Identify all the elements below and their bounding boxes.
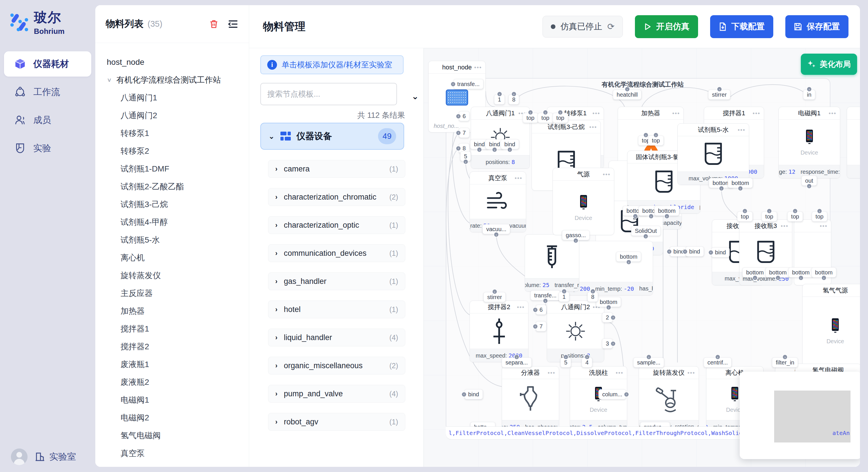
tree-item[interactable]: 旋转蒸发仪	[95, 267, 249, 284]
download-config-button[interactable]: 下载配置	[710, 15, 773, 38]
tree-item[interactable]: 废液瓶1	[95, 356, 249, 373]
port-in[interactable]: in›	[803, 90, 815, 100]
port-2[interactable]: 2›	[602, 312, 613, 323]
simulation-status-pill[interactable]: 仿真已停止 ⟳	[542, 16, 623, 38]
tree-item[interactable]: 八通阀门2	[95, 107, 249, 125]
node-menu-icon[interactable]: •••	[548, 369, 555, 376]
node-menu-icon[interactable]: •••	[515, 175, 522, 181]
port-8[interactable]: 8›	[508, 95, 519, 105]
port-out[interactable]: out›	[801, 176, 817, 186]
port-gasso...[interactable]: gasso...›	[562, 230, 590, 240]
node-menu-icon[interactable]: •••	[474, 64, 482, 71]
port-bottom[interactable]: bottom›	[742, 268, 767, 278]
port-bottom[interactable]: bottom›	[654, 206, 679, 216]
category-row-gas_handler[interactable]: ›gas_handler(1)	[268, 272, 405, 290]
port-top[interactable]: top›	[812, 212, 827, 222]
port-top[interactable]: top›	[737, 212, 753, 222]
port-top[interactable]: top›	[553, 113, 568, 123]
canvas-node-八通阀门2[interactable]: 八通阀门2•••positions: 8	[547, 301, 604, 362]
node-menu-icon[interactable]: •••	[687, 369, 695, 376]
port-bind[interactable]: bind‹	[464, 390, 483, 400]
search-input[interactable]	[260, 83, 397, 105]
port-bottom[interactable]: bottom›	[788, 268, 813, 278]
node-menu-icon[interactable]: •••	[781, 223, 788, 229]
tree-item[interactable]: 试剂瓶1-DMF	[95, 160, 249, 178]
node-menu-icon[interactable]: •••	[616, 369, 623, 376]
tree-item[interactable]: 搅拌器2	[95, 338, 249, 356]
tree-item[interactable]: 试剂瓶4-甲醇	[95, 213, 249, 231]
category-row-organic_miscellaneous[interactable]: ›organic_miscellaneous(2)	[268, 357, 405, 374]
category-row-characterization_chromatic[interactable]: ›characterization_chromatic(2)	[268, 188, 405, 206]
port-top[interactable]: top›	[538, 113, 553, 123]
sidebar-item-lab[interactable]: 实验室	[35, 451, 76, 463]
chevron-down-icon[interactable]: ⌄	[412, 91, 419, 101]
port-top[interactable]: top›	[648, 136, 663, 146]
tree-item[interactable]: 加热器	[95, 302, 249, 320]
tree-item[interactable]: 电磁阀1	[95, 391, 249, 409]
user-avatar[interactable]	[11, 448, 28, 465]
tree-item[interactable]: 废液瓶2	[95, 373, 249, 391]
port-centrif...[interactable]: centrif...›	[704, 358, 732, 368]
sidebar-item-0[interactable]: 仪器耗材	[4, 51, 91, 76]
port-bottom[interactable]: bottom›	[727, 178, 753, 188]
category-instruments[interactable]: ⌄ 仪器设备 49	[260, 123, 404, 150]
canvas-node-试剂瓶5-水[interactable]: 试剂瓶5-水•••max_volume: 1000	[677, 123, 749, 185]
port-transfe...[interactable]: transfe...‹	[454, 79, 484, 89]
port-transfe...[interactable]: transfe...›	[530, 291, 560, 301]
sidebar-item-1[interactable]: 工作流	[4, 79, 91, 105]
port-vacuu...[interactable]: vacuu...›	[483, 224, 510, 234]
save-config-button[interactable]: 保存配置	[785, 15, 848, 38]
tree-item[interactable]: 主反应器	[95, 284, 249, 302]
port-4[interactable]: 4›	[582, 358, 592, 368]
canvas-node-电磁阀1[interactable]: 电磁阀1•••Devicevoltage: 12response_time: 0…	[778, 107, 840, 178]
port-filter_in[interactable]: filter_in›	[772, 358, 798, 368]
category-row-communication_devices[interactable]: ›communication_devices(1)	[268, 244, 405, 262]
category-row-camera[interactable]: ›camera(1)	[268, 160, 405, 178]
category-row-liquid_handler[interactable]: ›liquid_handler(4)	[268, 329, 405, 346]
port-top[interactable]: top›	[762, 212, 777, 222]
port-1[interactable]: 1›	[494, 95, 505, 105]
canvas-node-洗脱柱[interactable]: 洗脱柱•••Devicediameter: 2.5column_type: si	[570, 366, 627, 434]
port-5[interactable]: 5›	[460, 151, 471, 162]
canvas-node-真空泵[interactable]: 真空泵•••pump_rate: 50max_vacuum: 0.1	[470, 171, 526, 232]
tree-item[interactable]: 氢气电磁阀	[95, 427, 249, 444]
category-row-robot_agv[interactable]: ›robot_agv(1)	[268, 413, 405, 431]
category-row-hotel[interactable]: ›hotel(1)	[268, 301, 405, 318]
tree-item[interactable]: 转移泵2	[95, 142, 249, 160]
node-menu-icon[interactable]: •••	[672, 110, 680, 116]
node-menu-icon[interactable]: •••	[820, 223, 828, 229]
port-top[interactable]: top›	[523, 113, 538, 123]
port-6[interactable]: 6‹	[536, 305, 546, 315]
port-bind[interactable]: bind‹	[685, 247, 704, 257]
port-separa...[interactable]: separa...›	[502, 358, 532, 368]
port-stirrer[interactable]: stirrer›	[708, 90, 730, 100]
sidebar-item-3[interactable]: 实验	[4, 136, 91, 161]
port-bind[interactable]: bind›	[501, 139, 519, 149]
port-bind[interactable]: bind‹	[711, 247, 730, 258]
tree-item[interactable]: 试剂瓶5-水	[95, 231, 249, 249]
tree-item[interactable]: 转移泵1	[95, 125, 249, 142]
port-6[interactable]: 6‹	[459, 111, 469, 121]
canvas-node-搅拌器2[interactable]: 搅拌器2•••max_speed: 2000	[470, 301, 528, 362]
port-heatchill[interactable]: heatchill›	[613, 90, 641, 100]
port-bottom[interactable]: bottom›	[616, 252, 641, 262]
node-menu-icon[interactable]: •••	[829, 110, 836, 116]
tree-item[interactable]: 搅拌器1	[95, 320, 249, 338]
port-7[interactable]: 7‹	[536, 322, 546, 332]
port-sample...[interactable]: sample...›	[633, 358, 664, 368]
sidebar-item-2[interactable]: 成员	[4, 107, 91, 133]
port-3[interactable]: 3›	[602, 339, 613, 349]
chevron-down-icon[interactable]: ∨	[107, 77, 112, 83]
port-7[interactable]: 7‹	[459, 128, 469, 138]
port-8[interactable]: 8›	[587, 292, 598, 302]
canvas-node-八通阀门1[interactable]: 八通阀门1•••positions: 8	[471, 107, 530, 169]
node-menu-icon[interactable]: •••	[592, 110, 600, 116]
start-simulation-button[interactable]: 开启仿真	[635, 15, 698, 38]
port-top[interactable]: top›	[787, 212, 803, 222]
canvas-node-气源[interactable]: 气源•••Device	[553, 168, 614, 235]
port-1[interactable]: 1›	[559, 292, 569, 302]
tree-item[interactable]: 试剂瓶3-己烷	[95, 196, 249, 213]
category-row-characterization_optic[interactable]: ›characterization_optic(1)	[268, 216, 405, 234]
tree-item[interactable]: 真空泵	[95, 444, 249, 462]
tree-item[interactable]: 电磁阀2	[95, 409, 249, 427]
